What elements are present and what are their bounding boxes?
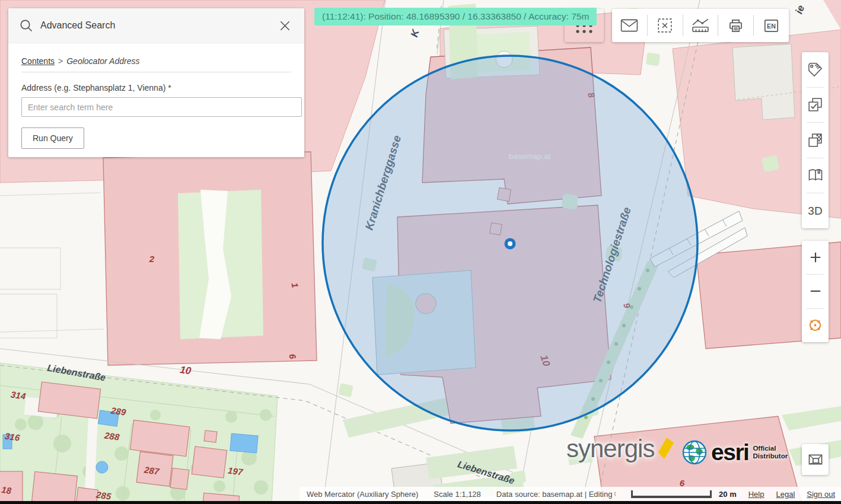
esri-logo: esri Official Distributor — [682, 439, 788, 465]
legend-button[interactable] — [802, 158, 829, 193]
overview-map-icon — [807, 452, 824, 467]
synergis-logo: synergis — [566, 435, 676, 463]
scale-bar-label: 20 m — [719, 490, 737, 499]
select-features-icon — [807, 97, 823, 113]
advanced-search-panel: Advanced Search Contents>Geolocator Addr… — [8, 8, 304, 157]
mail-icon — [620, 18, 638, 33]
run-query-button[interactable]: Run Query — [21, 127, 84, 149]
svg-text:316: 316 — [4, 430, 21, 442]
panel-title: Advanced Search — [40, 20, 276, 31]
esri-wordmark: esri — [711, 439, 748, 465]
transparency-icon — [807, 132, 823, 148]
legal-link[interactable]: Legal — [776, 490, 795, 499]
search-icon — [19, 18, 33, 33]
right-toolbar-tools: 3D — [802, 52, 829, 228]
language-button[interactable]: EN — [754, 9, 789, 42]
label-tool-button[interactable] — [802, 52, 829, 87]
app-window: basemap.at Kranichberggasse Technologies… — [0, 0, 841, 504]
bottom-border — [0, 501, 841, 504]
svg-text:10: 10 — [179, 364, 192, 377]
attribution-label: Data source: basemap.at | Editing © Syne… — [496, 490, 616, 499]
address-field-label: Address (e.g. Stephansplatz 1, Vienna) * — [21, 83, 291, 92]
breadcrumb-current: Geolocator Address — [66, 56, 139, 66]
synergis-wordmark: synergis — [566, 435, 654, 463]
gps-position-marker — [505, 238, 516, 250]
clear-selection-icon — [657, 18, 673, 33]
address-search-input[interactable] — [21, 97, 302, 117]
breadcrumb: Contents>Geolocator Address — [21, 52, 291, 72]
scale-bar — [631, 490, 712, 498]
sign-out-link[interactable]: Sign out — [807, 490, 835, 499]
scale-label: Scale 1:1,128 — [434, 490, 481, 499]
synergis-diamond-icon — [657, 436, 676, 461]
transparency-button[interactable] — [802, 123, 829, 158]
legend-book-icon — [807, 167, 824, 184]
print-icon — [728, 18, 744, 34]
send-mail-button[interactable] — [612, 9, 647, 42]
svg-text:314: 314 — [10, 389, 27, 401]
panel-header: Advanced Search — [8, 8, 304, 43]
projection-label: Web Mercator (Auxiliary Sphere) — [307, 490, 418, 499]
print-button[interactable] — [718, 9, 753, 42]
esri-tagline: Official Distributor — [753, 445, 788, 460]
right-toolbar-zoom — [802, 241, 829, 342]
3d-label: 3D — [808, 205, 822, 218]
tag-icon — [807, 62, 823, 78]
svg-text:18: 18 — [1, 484, 12, 496]
right-toolbar-overview — [802, 444, 829, 475]
plus-icon — [808, 250, 823, 265]
measure-icon — [692, 18, 709, 33]
status-bar: Web Mercator (Auxiliary Sphere) Scale 1:… — [300, 487, 841, 501]
select-features-button[interactable] — [802, 88, 829, 123]
esri-globe-icon — [682, 440, 707, 465]
minus-icon — [808, 283, 823, 299]
breadcrumb-separator: > — [58, 56, 63, 66]
close-panel-button[interactable] — [276, 17, 294, 34]
language-icon: EN — [763, 18, 779, 34]
top-toolbar: EN — [612, 9, 789, 42]
zoom-out-button[interactable] — [802, 275, 829, 308]
gps-locate-button[interactable] — [802, 309, 829, 342]
close-icon — [279, 20, 291, 32]
measure-button[interactable] — [683, 9, 718, 42]
overview-map-button[interactable] — [802, 444, 829, 475]
svg-text:EN: EN — [767, 23, 776, 30]
zoom-in-button[interactable] — [802, 241, 829, 274]
clear-selection-button[interactable] — [648, 9, 683, 42]
3d-view-button[interactable]: 3D — [802, 193, 829, 228]
gps-position-banner: (11:12:41): Position: 48.16895390 / 16.3… — [314, 8, 597, 25]
breadcrumb-contents-link[interactable]: Contents — [21, 56, 55, 66]
svg-text:2: 2 — [149, 254, 155, 264]
gps-target-icon — [807, 317, 823, 333]
help-link[interactable]: Help — [748, 490, 764, 499]
svg-text:197: 197 — [227, 465, 244, 477]
